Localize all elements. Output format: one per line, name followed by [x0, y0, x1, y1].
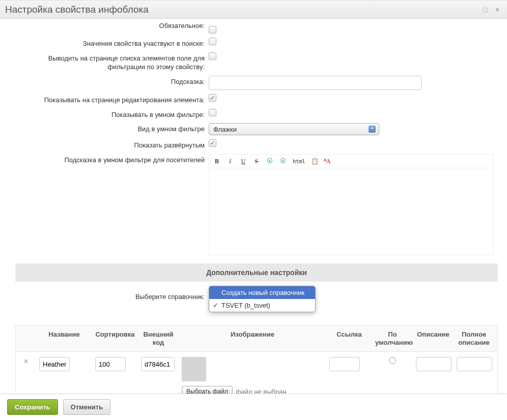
- rich-editor: B I U S ⦿ ⦿ html 📋 ᴬA: [209, 154, 494, 255]
- section-additional: Дополнительные настройки: [15, 263, 498, 282]
- save-button[interactable]: Сохранить: [7, 399, 58, 415]
- th-sort: Сортировка: [92, 325, 138, 351]
- label-filter-field: Выводить на странице списка элементов по…: [15, 52, 209, 72]
- input-row-full[interactable]: [457, 357, 492, 371]
- label-search: Значения свойства участвуют в поиске:: [15, 38, 209, 48]
- th-desc: Описание: [413, 325, 454, 351]
- values-table: Название Сортировка Внешний код Изображе…: [15, 325, 498, 394]
- label-visitor-hint: Подсказка в умном фильтре для посетителе…: [15, 154, 209, 165]
- label-expanded: Показать развёрнутым: [15, 139, 209, 150]
- directory-option-tsvet[interactable]: TSVET (b_tsvet): [209, 299, 315, 312]
- window-titlebar: Настройка свойства инфоблока □ ×: [0, 1, 507, 19]
- input-hint[interactable]: [209, 76, 421, 90]
- link-icon[interactable]: ⦿: [265, 157, 274, 166]
- thumbnail-preview: [182, 357, 206, 381]
- th-link: Ссылка: [326, 325, 372, 351]
- select-smart-view[interactable]: Флажки: [209, 123, 379, 135]
- label-directory: Выберите справочник:: [15, 291, 209, 302]
- th-default: По умолчанию: [372, 325, 413, 351]
- dialog-content: Обязательное: Значения свойства участвую…: [0, 19, 507, 394]
- editor-toolbar: B I U S ⦿ ⦿ html 📋 ᴬA: [209, 155, 493, 168]
- paste-icon[interactable]: 📋: [311, 157, 320, 166]
- directory-dropdown[interactable]: Создать новый справочник TSVET (b_tsvet): [209, 286, 316, 312]
- strike-icon[interactable]: S: [252, 157, 261, 166]
- input-row-desc[interactable]: [416, 357, 452, 371]
- checkbox-show-edit[interactable]: [209, 94, 216, 102]
- label-required: Обязательное:: [15, 22, 209, 31]
- font-size-icon[interactable]: ᴬA: [324, 157, 331, 166]
- italic-icon[interactable]: I: [226, 157, 235, 166]
- th-name: Название: [36, 325, 92, 351]
- unlink-icon[interactable]: ⦿: [278, 157, 288, 166]
- label-show-edit: Показывать на странице редактирования эл…: [15, 94, 209, 105]
- checkbox-smart-filter[interactable]: [209, 109, 216, 116]
- table-row: × Выбрать файл файл не выбран Файл: Heat…: [16, 352, 497, 394]
- radio-default[interactable]: [389, 357, 396, 364]
- cancel-button[interactable]: Отменить: [63, 399, 111, 415]
- label-hint: Подсказка:: [15, 76, 209, 86]
- directory-option-create[interactable]: Создать новый справочник: [209, 286, 315, 299]
- checkbox-required[interactable]: [209, 26, 216, 34]
- input-row-name[interactable]: [39, 357, 70, 371]
- th-delete: [16, 325, 36, 351]
- dialog-footer: Сохранить Отменить: [0, 394, 507, 420]
- input-row-sort[interactable]: [95, 357, 126, 371]
- underline-icon[interactable]: U: [239, 157, 248, 166]
- th-code: Внешний код: [138, 325, 179, 351]
- checkbox-expanded[interactable]: [209, 139, 216, 147]
- editor-body[interactable]: [209, 168, 493, 255]
- html-mode-icon[interactable]: html: [292, 157, 306, 166]
- label-smart-filter: Показывать в умном фильтре:: [15, 109, 209, 119]
- th-full: Полное описание: [454, 325, 494, 351]
- window-title: Настройка свойства инфоблока: [5, 4, 477, 15]
- choose-file-button[interactable]: Выбрать файл: [182, 386, 233, 394]
- file-status: файл не выбран: [236, 388, 287, 394]
- bold-icon[interactable]: B: [212, 157, 221, 166]
- checkbox-search[interactable]: [209, 38, 216, 45]
- label-smart-view: Вид в умном фильтре: [15, 123, 209, 134]
- close-icon[interactable]: ×: [493, 5, 502, 14]
- input-row-code[interactable]: [141, 357, 175, 371]
- input-row-link[interactable]: [329, 357, 360, 371]
- checkbox-filter-field[interactable]: [209, 52, 216, 60]
- maximize-icon[interactable]: □: [481, 5, 490, 14]
- th-image: Изображение: [179, 325, 326, 351]
- delete-row-icon[interactable]: ×: [23, 357, 28, 366]
